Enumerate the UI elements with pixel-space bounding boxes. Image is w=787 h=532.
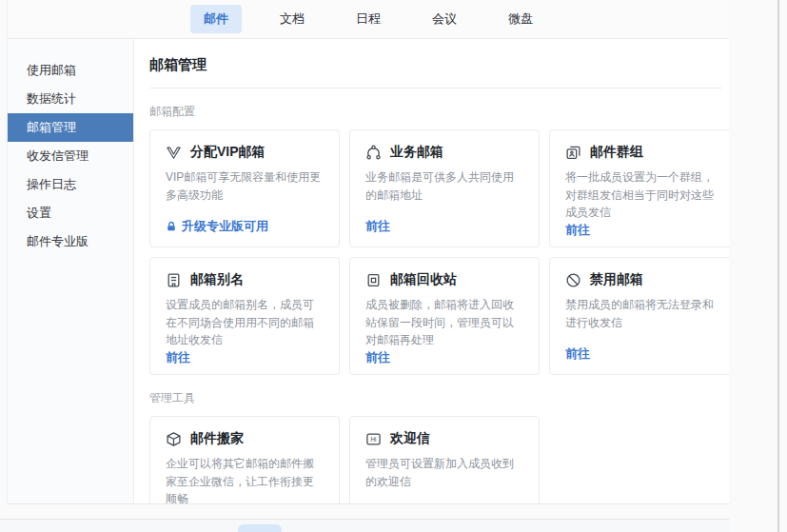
card-description: 企业可以将其它邮箱的邮件搬家至企业微信，让工作衔接更顺畅 bbox=[166, 455, 324, 504]
card-recycle-bin: 邮箱回收站 成员被删除，邮箱将进入回收站保留一段时间，管理员可以对邮箱再处理 前… bbox=[349, 257, 540, 375]
mail-group-icon bbox=[565, 145, 581, 161]
tab-drive[interactable]: 微盘 bbox=[495, 5, 546, 33]
lock-icon bbox=[166, 221, 177, 232]
card-description: VIP邮箱可享无限容量和使用更多高级功能 bbox=[166, 168, 324, 204]
card-mailbox-alias: 邮箱别名 设置成员的邮箱别名，成员可在不同场合使用用不同的邮箱地址收发信 前往 bbox=[149, 257, 340, 375]
card-welcome-letter: Hi 欢迎信 管理员可设置新加入成员收到的欢迎信 前往 bbox=[349, 416, 540, 504]
mail-migration-icon bbox=[166, 431, 182, 447]
card-mail-migration: 邮件搬家 企业可以将其它邮箱的邮件搬家至企业微信，让工作衔接更顺畅 前往 bbox=[149, 416, 340, 504]
tab-calendar[interactable]: 日程 bbox=[343, 5, 394, 33]
shared-mailbox-icon bbox=[365, 145, 382, 161]
sidebar-item-use-mailbox[interactable]: 使用邮箱 bbox=[8, 56, 133, 85]
card-grid-mailbox-config: 分配VIP邮箱 VIP邮箱可享无限容量和使用更多高级功能 升级专业版可用 bbox=[149, 129, 729, 375]
mailbox-alias-icon bbox=[166, 272, 182, 288]
card-description: 禁用成员的邮箱将无法登录和进行收发信 bbox=[565, 296, 723, 331]
outer-scrollbar[interactable] bbox=[777, 0, 779, 532]
card-mail-group: 邮件群组 将一批成员设置为一个群组，对群组发信相当于同时对这些成员发信 前往 bbox=[549, 129, 729, 247]
tab-mail[interactable]: 邮件 bbox=[190, 5, 242, 33]
go-link[interactable]: 前往 bbox=[166, 349, 324, 366]
go-link[interactable]: 前往 bbox=[565, 345, 723, 363]
card-shared-mailbox: 业务邮箱 业务邮箱是可供多人共同使用的邮箱地址 前往 bbox=[349, 129, 540, 247]
go-link[interactable]: 前往 bbox=[565, 222, 723, 239]
top-nav: 邮件 文档 日程 会议 微盘 bbox=[8, 0, 729, 39]
svg-text:Hi: Hi bbox=[370, 435, 376, 442]
section-label-admin-tools: 管理工具 bbox=[149, 390, 729, 406]
card-disable-mailbox: 禁用邮箱 禁用成员的邮箱将无法登录和进行收发信 前往 bbox=[549, 257, 729, 375]
sidebar-item-operation-log[interactable]: 操作日志 bbox=[8, 170, 133, 199]
app-window: 邮件 文档 日程 会议 微盘 使用邮箱 数据统计 邮箱管理 收发信管理 操作日志… bbox=[7, 0, 729, 504]
card-title: 禁用邮箱 bbox=[590, 271, 643, 288]
main-content: 邮箱管理 邮箱配置 分配VIP邮箱 VIP邮箱可享无限容量和使用更多高级功能 bbox=[134, 39, 729, 504]
card-title: 欢迎信 bbox=[390, 430, 430, 447]
card-description: 设置成员的邮箱别名，成员可在不同场合使用用不同的邮箱地址收发信 bbox=[166, 296, 324, 349]
card-title: 邮箱别名 bbox=[190, 271, 244, 288]
sidebar-item-mailbox-management[interactable]: 邮箱管理 bbox=[8, 113, 133, 142]
recycle-bin-icon bbox=[365, 272, 382, 288]
go-link[interactable]: 前往 bbox=[365, 218, 523, 235]
card-grid-admin-tools: 邮件搬家 企业可以将其它邮箱的邮件搬家至企业微信，让工作衔接更顺畅 前往 Hi bbox=[149, 416, 729, 504]
welcome-letter-icon: Hi bbox=[365, 431, 382, 447]
upgrade-pro-link[interactable]: 升级专业版可用 bbox=[166, 218, 324, 235]
sidebar-item-mail-pro[interactable]: 邮件专业版 bbox=[8, 227, 133, 256]
card-title: 分配VIP邮箱 bbox=[190, 144, 266, 161]
card-description: 成员被删除，邮箱将进入回收站保留一段时间，管理员可以对邮箱再处理 bbox=[365, 296, 523, 349]
card-description: 业务邮箱是可供多人共同使用的邮箱地址 bbox=[365, 168, 523, 204]
divider bbox=[149, 88, 722, 89]
background-tab-pill-fragment bbox=[238, 524, 282, 532]
background-window-top bbox=[0, 520, 729, 532]
page-title: 邮箱管理 bbox=[149, 56, 729, 74]
section-label-mailbox-config: 邮箱配置 bbox=[149, 104, 729, 120]
card-title: 业务邮箱 bbox=[390, 144, 443, 161]
sidebar-item-statistics[interactable]: 数据统计 bbox=[8, 85, 133, 113]
sidebar-item-settings[interactable]: 设置 bbox=[8, 199, 133, 227]
tab-meeting[interactable]: 会议 bbox=[419, 5, 470, 33]
sidebar: 使用邮箱 数据统计 邮箱管理 收发信管理 操作日志 设置 邮件专业版 bbox=[8, 39, 134, 504]
sidebar-item-send-receive-management[interactable]: 收发信管理 bbox=[8, 142, 133, 170]
card-title: 邮箱回收站 bbox=[390, 271, 457, 288]
vip-icon bbox=[166, 145, 182, 161]
go-link[interactable]: 前往 bbox=[365, 349, 523, 366]
card-title: 邮件搬家 bbox=[190, 430, 244, 447]
tab-docs[interactable]: 文档 bbox=[266, 5, 318, 33]
card-vip-mailbox: 分配VIP邮箱 VIP邮箱可享无限容量和使用更多高级功能 升级专业版可用 bbox=[149, 129, 340, 247]
card-description: 管理员可设置新加入成员收到的欢迎信 bbox=[365, 455, 523, 490]
card-description: 将一批成员设置为一个群组，对群组发信相当于同时对这些成员发信 bbox=[565, 168, 723, 222]
disable-mailbox-icon bbox=[565, 272, 581, 288]
card-title: 邮件群组 bbox=[590, 144, 643, 161]
